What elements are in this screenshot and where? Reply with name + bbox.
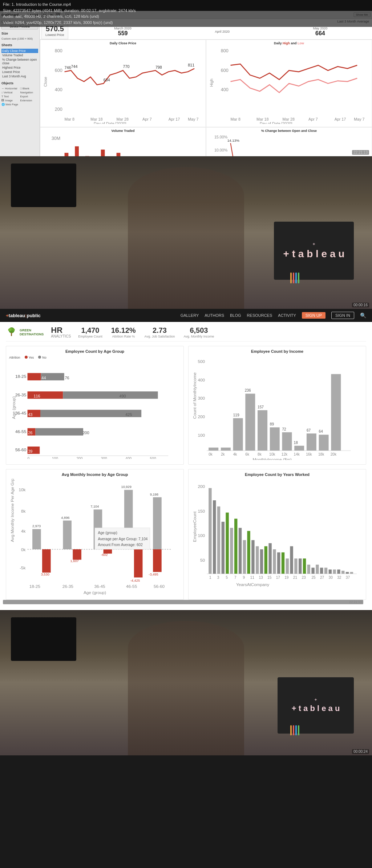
svg-text:2k: 2k <box>221 452 225 456</box>
svg-text:37: 37 <box>346 575 350 579</box>
svg-rect-203 <box>239 528 242 573</box>
svg-text:Avg Monthly Income Per Age Grp: Avg Monthly Income Per Age Grp <box>10 479 15 542</box>
svg-text:18: 18 <box>294 441 298 445</box>
svg-text:30: 30 <box>329 575 333 579</box>
svg-text:89: 89 <box>270 422 274 426</box>
sidebar-sheet-6[interactable]: Last 3 Month Avg <box>1 74 38 78</box>
svg-rect-126 <box>245 394 255 451</box>
obj-extension[interactable]: Extension <box>20 99 39 102</box>
kpi-income-label: Avg. Monthly Income <box>183 335 214 338</box>
svg-rect-161 <box>32 529 41 549</box>
svg-text:18-25: 18-25 <box>15 374 27 379</box>
svg-text:-602: -602 <box>101 553 108 557</box>
obj-web[interactable]: 🌐 Web Page <box>1 103 20 106</box>
svg-rect-214 <box>286 558 289 574</box>
svg-text:400: 400 <box>125 457 132 459</box>
obj-image[interactable]: 🖼 Image <box>1 99 20 102</box>
svg-text:3: 3 <box>217 575 219 579</box>
svg-text:High: High <box>209 79 214 87</box>
tableau-sidebar: Dashboard Layout Default Device Preview … <box>0 11 40 156</box>
hr-chart-title-avg-income: Avg Monthly Income by Age Group <box>9 472 181 477</box>
svg-text:746: 746 <box>65 65 71 70</box>
income-chart-svg: 500 400 300 200 100 119 236 157 <box>191 356 363 460</box>
person-silhouette <box>128 167 244 309</box>
svg-rect-227 <box>341 570 344 573</box>
svg-text:50: 50 <box>200 557 205 562</box>
tableau-dashboard: Dashboard Layout Default Device Preview … <box>0 11 372 156</box>
file-info-line2: Size: 42373547 bytes (4041 MiB), duratio… <box>3 8 369 14</box>
tableau-main: ↩ ↪ 💾 + Show Me Min: 3160.5 570.5 Lowest… <box>40 11 372 156</box>
chart-highlow-svg: 800 600 400 Mar 8 Mar 18 Mar 28 Apr <box>208 46 370 124</box>
svg-text:26: 26 <box>28 431 32 435</box>
chart-close-placeholder: 800 600 400 200 746 744 634 770 <box>42 46 204 124</box>
sidebar-sheet-2[interactable]: Volume Traded <box>1 53 38 57</box>
nav-authors[interactable]: AUTHORS <box>205 313 224 318</box>
kpi-satisfaction-label: Avg. Job Satisfaction <box>145 335 175 338</box>
nav-activity[interactable]: ACTIVITY <box>278 313 296 318</box>
kpi-employee-value: 1,470 <box>78 326 102 335</box>
obj-vertical[interactable]: ↕ Vertical <box>1 91 20 94</box>
svg-text:27: 27 <box>320 575 324 579</box>
svg-text:12k: 12k <box>282 452 288 456</box>
svg-text:EmployeeCount: EmployeeCount <box>192 511 197 542</box>
obj-blank[interactable]: □ Blank <box>20 87 39 90</box>
obj-export[interactable]: Export <box>20 95 39 98</box>
svg-text:11: 11 <box>250 575 255 579</box>
svg-text:16k: 16k <box>306 452 312 456</box>
signin-button[interactable]: SIGN IN <box>331 312 354 319</box>
svg-text:23: 23 <box>302 575 306 579</box>
tableau-public-logo: +tableau:public <box>6 313 41 318</box>
chart-title-pct: % Change between Open and Close <box>208 129 370 133</box>
svg-text:1,607: 1,607 <box>70 559 79 563</box>
svg-text:116: 116 <box>33 394 40 398</box>
age-group-chart-svg: 18-25 26-35 36-45 46-55 56-60 44 76 116 … <box>9 361 181 459</box>
marker-blue-2 <box>295 725 297 735</box>
svg-text:0: 0 <box>28 457 30 459</box>
nav-resources[interactable]: RESOURCES <box>247 313 272 318</box>
person-video-1-timestamp: 00:00:16 <box>352 303 369 307</box>
svg-text:Mar 28: Mar 28 <box>283 117 295 121</box>
legend-attrition-label: Attrition <box>9 356 20 359</box>
kpi-employee-label: Employee Count <box>78 335 102 338</box>
sidebar-sheet-1[interactable]: Daily Close Price <box>1 49 38 53</box>
svg-rect-206 <box>251 540 254 574</box>
obj-navigation[interactable]: Navigation <box>20 91 39 94</box>
svg-text:43: 43 <box>28 412 32 417</box>
svg-text:Apr 7: Apr 7 <box>308 117 318 121</box>
svg-text:634: 634 <box>104 78 110 82</box>
svg-rect-226 <box>337 569 340 574</box>
sidebar-sheet-5[interactable]: Lowest Price <box>1 70 38 74</box>
kpi-satisfaction-value: 2.73 <box>145 326 175 335</box>
hr-kpi-satisfaction: 2.73 Avg. Job Satisfaction <box>145 326 175 338</box>
nav-blog[interactable]: BLOG <box>230 313 241 318</box>
svg-text:744: 744 <box>71 64 77 69</box>
marker-blue <box>295 272 297 283</box>
svg-rect-94 <box>28 391 63 399</box>
svg-rect-165 <box>63 520 72 549</box>
month-march: March 2020 559 <box>114 27 132 37</box>
svg-rect-224 <box>329 569 332 574</box>
month-may: May 2020 664 <box>313 27 328 37</box>
svg-text:18k: 18k <box>318 452 324 456</box>
person-bg-1: ✦ + t a b l e a u <box>0 156 372 309</box>
signup-button[interactable]: SIGN UP <box>302 312 326 319</box>
svg-text:2,973: 2,973 <box>32 524 41 528</box>
svg-rect-43 <box>117 153 121 156</box>
hr-analytics-section: GREEN DESTINATIONS HR ANALYTICS 1,470 Em… <box>0 322 372 610</box>
svg-rect-215 <box>290 546 293 574</box>
sidebar-sheet-3[interactable]: % Change between open close <box>1 57 38 65</box>
tableau-cross-icon: ✦ <box>312 242 316 247</box>
svg-rect-207 <box>256 546 259 574</box>
svg-text:Apr 17: Apr 17 <box>169 117 180 121</box>
svg-text:150: 150 <box>198 508 205 513</box>
sidebar-sheet-4[interactable]: Highest Price <box>1 65 38 70</box>
svg-rect-229 <box>350 572 353 574</box>
marker-yellow-2 <box>290 725 292 735</box>
nav-gallery[interactable]: GALLERY <box>181 313 199 318</box>
svg-rect-40 <box>101 149 105 156</box>
marker-red <box>293 272 294 283</box>
kpi-attrition-value: 16.12% <box>111 326 136 335</box>
obj-horizontal[interactable]: ↔ Horizontal <box>1 87 20 90</box>
search-icon[interactable]: 🔍 <box>360 312 366 318</box>
obj-text[interactable]: T Text <box>1 95 20 98</box>
